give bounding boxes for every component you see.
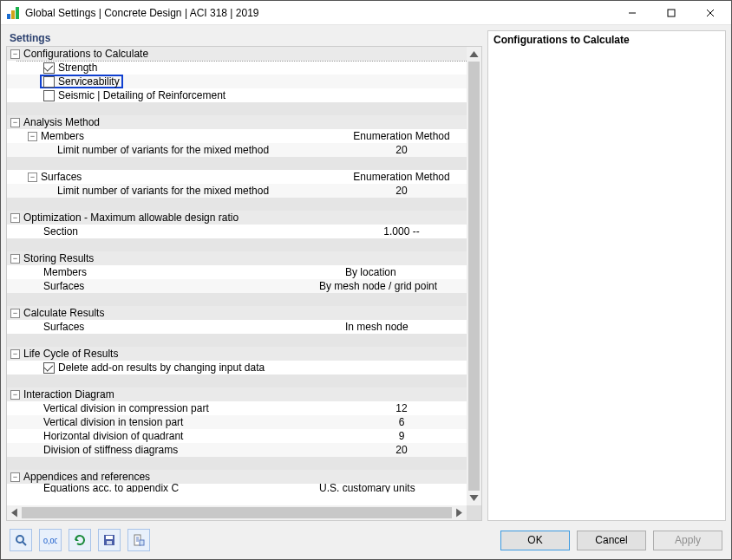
app-icon — [6, 6, 20, 20]
row-int-hquad[interactable]: Horizontal division of quadrant 9 — [7, 429, 467, 443]
section-lifecycle[interactable]: − Life Cycle of Results — [7, 347, 467, 361]
row-lifecycle-delete[interactable]: Delete add-on results by changing input … — [7, 361, 467, 374]
value[interactable]: 9 — [345, 429, 458, 443]
collapse-icon[interactable]: − — [28, 173, 37, 182]
row-analysis-surfaces[interactable]: − Surfaces Enumeration Method — [7, 170, 467, 184]
value[interactable]: 20 — [345, 184, 458, 198]
row-strength[interactable]: Strength — [7, 61, 467, 75]
svg-point-7 — [16, 536, 23, 543]
main-window: Global Settings | Concrete Design | ACI … — [0, 0, 732, 560]
section-storing[interactable]: − Storing Results — [7, 251, 467, 265]
collapse-icon[interactable]: − — [10, 349, 20, 359]
maximize-button[interactable] — [651, 2, 690, 24]
right-panel: Configurations to Calculate — [487, 30, 726, 521]
section-appendices[interactable]: − Appendices and references — [7, 470, 467, 484]
vertical-scrollbar[interactable] — [467, 47, 481, 505]
row-appendix-c[interactable]: Equations acc. to appendix C U.S. custom… — [7, 484, 467, 492]
checkbox-seismic[interactable] — [43, 90, 55, 101]
cancel-button[interactable]: Cancel — [577, 531, 646, 550]
tool-units[interactable] — [10, 529, 32, 551]
row-analysis-members[interactable]: − Members Enumeration Method — [7, 129, 467, 143]
section-optimization[interactable]: − Optimization - Maximum allowable desig… — [7, 211, 467, 225]
label: Division of stiffness diagrams — [43, 443, 345, 457]
label: Limit number of variants for the mixed m… — [57, 143, 345, 157]
row-int-vcomp[interactable]: Vertical division in compression part 12 — [7, 401, 467, 415]
value[interactable]: By location — [345, 265, 458, 279]
left-panel: Settings − Configurations to Calculate — [6, 30, 482, 521]
tool-decimal[interactable]: 0,00 — [39, 529, 62, 551]
scroll-left-icon[interactable] — [7, 505, 22, 520]
svg-rect-0 — [7, 14, 10, 19]
row-int-vtens[interactable]: Vertical division in tension part 6 — [7, 415, 467, 429]
label: Surfaces — [41, 170, 345, 184]
label: Delete add-on results by changing input … — [58, 361, 345, 374]
row-seismic[interactable]: Seismic | Detailing of Reinforcement — [7, 88, 467, 102]
scroll-thumb[interactable] — [22, 507, 452, 518]
section-interaction[interactable]: − Interaction Diagram — [7, 387, 467, 401]
section-label: Optimization - Maximum allowable design … — [23, 211, 345, 225]
section-calculate[interactable]: − Calculate Results — [7, 306, 467, 320]
tool-report[interactable] — [127, 529, 150, 551]
section-label: Calculate Results — [23, 306, 345, 320]
row-storing-surfaces[interactable]: Surfaces By mesh node / grid point — [7, 279, 467, 293]
checkbox-serviceability[interactable] — [43, 76, 55, 88]
section-label: Configurations to Calculate — [23, 47, 345, 61]
left-panel-header: Settings — [6, 30, 482, 46]
value[interactable]: 1.000 -- — [345, 225, 458, 238]
row-storing-members[interactable]: Members By location — [7, 265, 467, 279]
label: Equations acc. to appendix C — [43, 484, 319, 492]
value[interactable]: By mesh node / grid point — [319, 279, 458, 293]
label: Limit number of variants for the mixed m… — [57, 184, 345, 198]
svg-rect-12 — [107, 541, 112, 544]
row-serviceability[interactable]: Serviceability — [7, 75, 467, 88]
checkbox-delete-results[interactable] — [43, 362, 55, 374]
value[interactable]: Enumeration Method — [345, 129, 458, 143]
scroll-right-icon[interactable] — [452, 505, 467, 520]
value[interactable]: 6 — [345, 415, 458, 429]
right-panel-header: Configurations to Calculate — [493, 34, 720, 46]
label: Section — [43, 225, 345, 238]
section-label: Life Cycle of Results — [23, 347, 345, 361]
row-calc-surfaces[interactable]: Surfaces In mesh node — [7, 320, 467, 334]
collapse-icon[interactable]: − — [10, 254, 20, 264]
tool-refresh[interactable] — [69, 529, 91, 551]
scroll-up-icon[interactable] — [467, 47, 481, 62]
value[interactable]: 12 — [345, 401, 458, 415]
checkbox-strength[interactable] — [43, 62, 55, 74]
section-label: Storing Results — [23, 251, 345, 265]
svg-rect-4 — [668, 10, 675, 16]
row-members-limit[interactable]: Limit number of variants for the mixed m… — [7, 143, 467, 157]
collapse-icon[interactable]: − — [10, 472, 20, 482]
label: Vertical division in tension part — [43, 415, 345, 429]
value[interactable]: 20 — [345, 143, 458, 157]
collapse-icon[interactable]: − — [10, 390, 20, 400]
section-configurations[interactable]: − Configurations to Calculate — [7, 47, 467, 61]
collapse-icon[interactable]: − — [10, 309, 20, 318]
section-label: Interaction Diagram — [23, 387, 345, 401]
tool-save[interactable] — [98, 529, 121, 551]
scroll-thumb[interactable] — [468, 62, 480, 491]
svg-rect-2 — [16, 7, 19, 19]
svg-rect-11 — [106, 536, 113, 539]
horizontal-scrollbar[interactable] — [7, 505, 467, 520]
window-title: Global Settings | Concrete Design | ACI … — [25, 7, 612, 19]
collapse-icon[interactable]: − — [28, 132, 37, 141]
label-strength: Strength — [58, 61, 345, 75]
row-int-stiff[interactable]: Division of stiffness diagrams 20 — [7, 443, 467, 457]
ok-button[interactable]: OK — [500, 531, 570, 550]
row-surfaces-limit[interactable]: Limit number of variants for the mixed m… — [7, 184, 467, 198]
collapse-icon[interactable]: − — [10, 118, 20, 127]
scroll-down-icon[interactable] — [467, 491, 481, 505]
value[interactable]: U.S. customary units — [319, 484, 458, 492]
value[interactable]: Enumeration Method — [345, 170, 458, 184]
value[interactable]: 20 — [345, 443, 458, 457]
value[interactable]: In mesh node — [345, 320, 458, 334]
section-analysis[interactable]: − Analysis Method — [7, 115, 467, 129]
label: Horizontal division of quadrant — [43, 429, 345, 443]
collapse-icon[interactable]: − — [10, 213, 20, 223]
close-button[interactable] — [690, 2, 729, 24]
row-opt-section[interactable]: Section 1.000 -- — [7, 225, 467, 238]
minimize-button[interactable] — [612, 2, 651, 24]
label: Members — [43, 265, 345, 279]
collapse-icon[interactable]: − — [10, 49, 20, 59]
